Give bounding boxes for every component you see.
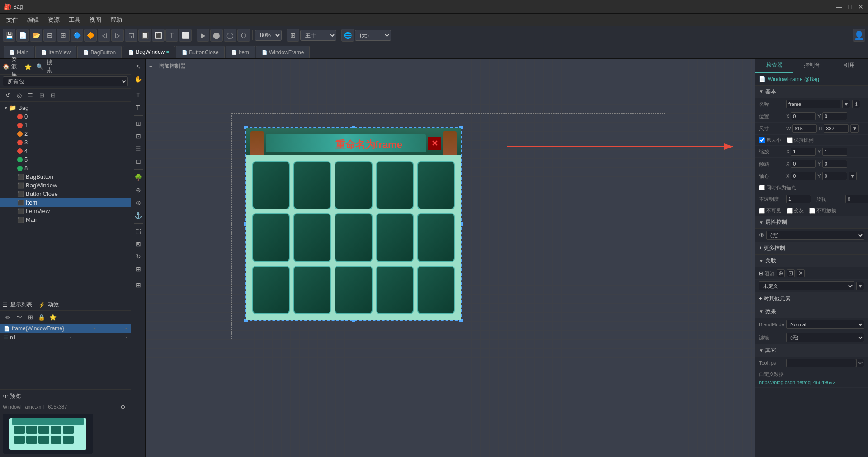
tree-item-main[interactable]: ⬛ Main [0,215,131,224]
scale-y-input[interactable] [822,148,847,156]
zoom-select[interactable]: 80% [255,30,282,41]
tree-item-5[interactable]: 5 [0,155,131,164]
dl-edit-btn[interactable]: ✏ [3,312,13,322]
mirror-tool[interactable]: ⊞ [132,263,144,275]
dl-wave-btn[interactable]: 〜 [14,312,24,322]
tb-btn9[interactable]: ▷ [111,29,124,42]
name-dropdown[interactable]: ▼ [842,100,850,108]
close-button[interactable]: ✕ [857,3,864,10]
list-tool[interactable]: ☰ [132,143,144,155]
tree-item-4[interactable]: 4 [0,147,131,155]
size-w-input[interactable] [792,124,817,133]
tb-btn12[interactable]: 🔳 [152,29,165,42]
tooltips-input[interactable] [786,359,856,367]
dl-star-btn[interactable]: ⭐ [48,312,58,322]
table-tool[interactable]: ⊟ [132,156,144,167]
relations-section-header[interactable]: ▼ 关联 [755,255,868,267]
pivot-expand[interactable]: ▼ [849,172,857,180]
tree-item-item[interactable]: ⬛ Item [0,198,131,207]
starred-button[interactable]: ⭐ [23,62,33,71]
menu-file[interactable]: 文件 [2,14,23,25]
tab-windowframe[interactable]: 📄 WindowFrame [256,46,310,58]
tb-btn18[interactable]: ⬡ [237,29,250,42]
new-button[interactable]: 📄 [16,29,29,42]
pivot-x-input[interactable] [791,172,816,180]
others-section-header[interactable]: ▼ 其它 [755,344,868,357]
name-input[interactable] [786,100,840,108]
opacity-input[interactable] [786,195,811,203]
prop-control-select[interactable]: (无) [766,231,864,240]
anchor-tool[interactable]: ⚓ [132,209,144,221]
stop-button[interactable]: ⬤ [210,29,223,42]
open-button[interactable]: 📂 [30,29,42,42]
tb-btn14[interactable]: ⬜ [179,29,192,42]
refresh-button[interactable]: ↺ [3,90,13,100]
size-expand[interactable]: ▼ [850,124,859,133]
add-controller-button[interactable]: + + 增加控制器 [149,62,186,70]
scene-select[interactable]: (无) [355,30,391,41]
menu-edit[interactable]: 编辑 [23,14,43,25]
skew-x-input[interactable] [791,160,816,168]
menu-tools[interactable]: 工具 [64,14,85,25]
tree-item-bagbutton[interactable]: ⬛ BagButton [0,172,131,181]
align-tool[interactable]: ⊕ [132,197,144,209]
dl-item-n1[interactable]: ☰ n1 • • [0,333,131,342]
menu-view[interactable]: 视图 [85,14,106,25]
more-controls-header[interactable]: + 更多控制 [755,242,868,255]
tb-btn20[interactable]: ⊞ [287,29,299,42]
circle-button[interactable]: ◯ [224,29,236,42]
tree-item-buttonclose[interactable]: ⬛ ButtonClose [0,190,131,198]
blend-mode-select[interactable]: Normal [786,320,864,329]
maximize-button[interactable]: □ [846,3,854,10]
tb-btn22[interactable]: 🌐 [341,29,354,42]
pivot-y-input[interactable] [822,172,847,180]
filter-select[interactable]: (无) [786,333,864,342]
tree-item-3[interactable]: 3 [0,138,131,147]
branch-select[interactable]: 主干 [300,30,336,41]
container-close-btn[interactable]: ✕ [797,269,805,277]
tree-item-2[interactable]: 2 [0,129,131,138]
tab-inspector[interactable]: 检查器 [755,59,793,73]
dl-copy-btn[interactable]: ⊞ [25,312,35,322]
tree-item-1[interactable]: 1 [0,121,131,129]
tree-item-bag[interactable]: ▼ 📁 Bag [0,104,131,112]
tab-item[interactable]: 📄 Item [226,46,255,58]
tab-bagwindow[interactable]: 📄 BagWindow [123,46,175,58]
menu-assets[interactable]: 资源 [43,14,64,25]
list-view-button[interactable]: ☰ [25,90,35,100]
tb-btn13[interactable]: T [165,29,178,42]
user-button[interactable]: 👤 [853,29,865,42]
component-tool[interactable]: ⊞ [132,118,144,129]
tab-itemview[interactable]: 📄 ItemView [35,46,76,58]
select-tool[interactable]: ↖ [132,61,144,72]
tb-btn10[interactable]: ◱ [125,29,137,42]
dl-item-btn-4[interactable]: • [125,335,127,340]
add-other-header[interactable]: + 对其他元素 [755,293,868,305]
preview-settings-btn[interactable]: ⚙ [118,402,128,412]
grid-tool[interactable]: ⊞ [132,279,144,291]
tab-console[interactable]: 控制台 [793,59,830,73]
tb-btn6[interactable]: 🔷 [71,29,83,42]
grayed-checkbox[interactable] [787,208,793,214]
dl-lock-btn[interactable]: 🔒 [37,312,47,322]
tb-btn4[interactable]: ⊟ [43,29,56,42]
close-x-btn[interactable]: ✕ [428,137,441,150]
canvas-area[interactable]: + + 增加控制器 [146,59,755,457]
effects-section-header[interactable]: ▼ 效果 [755,305,868,318]
tb-btn8[interactable]: ◁ [98,29,110,42]
sync-pivot-checkbox[interactable] [759,185,765,190]
tree-item-bagwindow[interactable]: ⬛ BagWindow [0,181,131,190]
tree-tool[interactable]: 🌳 [132,171,144,183]
dl-item-frame[interactable]: 📄 frame{WindowFrame} • • [0,324,131,333]
tb-btn5[interactable]: ⊞ [57,29,70,42]
touchable-checkbox[interactable] [809,208,815,214]
rotation-input[interactable] [845,195,868,203]
tb-btn11[interactable]: 🔲 [138,29,151,42]
resize-tool[interactable]: ⊠ [132,238,144,250]
tree-item-itemview[interactable]: ⬛ ItemView [0,207,131,215]
grid-view-button[interactable]: ⊞ [37,90,47,100]
tooltips-edit-btn[interactable]: ✏ [856,359,864,367]
filter-button[interactable]: ⊟ [48,90,58,100]
tree-item-8[interactable]: 8 [0,164,131,172]
save-button[interactable]: 💾 [3,29,15,42]
